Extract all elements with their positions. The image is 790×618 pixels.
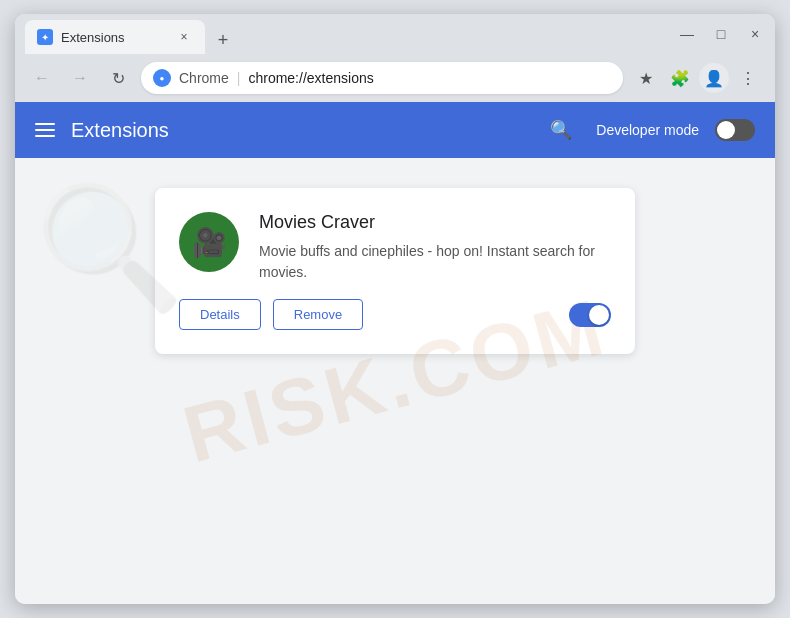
- address-bar[interactable]: Chrome | chrome://extensions: [141, 62, 623, 94]
- header-title: Extensions: [71, 119, 534, 142]
- nav-right-icons: ★ 🧩 👤 ⋮: [631, 63, 763, 93]
- profile-icon[interactable]: 👤: [699, 63, 729, 93]
- extensions-header: Extensions 🔍 Developer mode: [15, 102, 775, 158]
- minimize-button[interactable]: —: [677, 24, 697, 44]
- extensions-content: 🔍 RISK.COM 🎥 Movies Craver Movie buffs a…: [15, 158, 775, 604]
- menu-icon[interactable]: ⋮: [733, 63, 763, 93]
- tab-strip: Extensions × +: [25, 14, 669, 54]
- hamburger-line-3: [35, 135, 55, 137]
- extension-card: 🎥 Movies Craver Movie buffs and cinephil…: [155, 188, 635, 354]
- extension-name: Movies Craver: [259, 212, 611, 233]
- new-tab-button[interactable]: +: [209, 26, 237, 54]
- active-tab[interactable]: Extensions ×: [25, 20, 205, 54]
- chrome-label: Chrome: [179, 70, 229, 86]
- browser-window: Extensions × + — □ × ← → ↻ Chrome | chro…: [15, 14, 775, 604]
- hamburger-button[interactable]: [35, 123, 55, 137]
- developer-mode-toggle[interactable]: [715, 119, 755, 141]
- card-top: 🎥 Movies Craver Movie buffs and cinephil…: [179, 212, 611, 283]
- bookmark-icon[interactable]: ★: [631, 63, 661, 93]
- developer-mode-label: Developer mode: [596, 122, 699, 138]
- hamburger-line-2: [35, 129, 55, 131]
- address-favicon-icon: [153, 69, 171, 87]
- extensions-icon[interactable]: 🧩: [665, 63, 695, 93]
- extension-info: Movies Craver Movie buffs and cinephiles…: [259, 212, 611, 283]
- title-bar: Extensions × + — □ ×: [15, 14, 775, 54]
- close-button[interactable]: ×: [745, 24, 765, 44]
- forward-button[interactable]: →: [65, 63, 95, 93]
- tab-favicon-icon: [37, 29, 53, 45]
- window-controls: — □ ×: [677, 24, 765, 44]
- back-button[interactable]: ←: [27, 63, 57, 93]
- header-search-icon[interactable]: 🔍: [550, 119, 572, 141]
- address-url: chrome://extensions: [248, 70, 373, 86]
- maximize-button[interactable]: □: [711, 24, 731, 44]
- extension-description: Movie buffs and cinephiles - hop on! Ins…: [259, 241, 611, 283]
- remove-button[interactable]: Remove: [273, 299, 363, 330]
- card-bottom: Details Remove: [179, 299, 611, 330]
- reload-button[interactable]: ↻: [103, 63, 133, 93]
- extension-enable-toggle[interactable]: [569, 303, 611, 327]
- details-button[interactable]: Details: [179, 299, 261, 330]
- address-divider: |: [237, 70, 241, 86]
- nav-bar: ← → ↻ Chrome | chrome://extensions ★ 🧩 👤…: [15, 54, 775, 102]
- hamburger-line-1: [35, 123, 55, 125]
- extension-icon-glyph: 🎥: [192, 226, 227, 259]
- extension-icon: 🎥: [179, 212, 239, 272]
- tab-title: Extensions: [61, 30, 125, 45]
- tab-close-button[interactable]: ×: [175, 28, 193, 46]
